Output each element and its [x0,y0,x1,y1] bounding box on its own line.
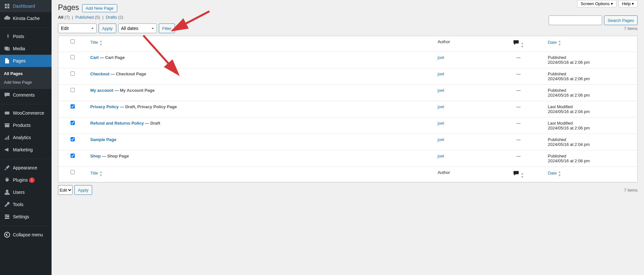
menu-products[interactable]: Products [0,119,52,131]
comment-count: — [492,68,544,85]
main-content: Screen Options ▾ Help ▾ Pages Add New Pa… [52,0,644,275]
menu-appearance[interactable]: Appearance [0,162,52,174]
menu-tools[interactable]: Tools [0,198,52,211]
author-link[interactable]: joel [437,71,444,76]
col-author: Author [434,36,492,52]
menu-collapse[interactable]: Collapse menu [0,229,52,241]
sort-date[interactable]: Date [548,40,556,45]
sort-icon: ▲▼ [99,39,102,46]
filter-drafts[interactable]: Drafts (2) [106,15,123,20]
select-all-checkbox[interactable] [71,39,75,43]
date-filter-select[interactable]: All dates [118,24,157,33]
table-row: Cart — Cart Page joel — Published2024/05… [58,52,637,68]
row-checkbox[interactable] [71,55,75,59]
apply-button-bottom[interactable]: Apply [74,185,92,195]
row-checkbox[interactable] [71,104,75,109]
filter-button[interactable]: Filter [159,24,175,33]
row-checkbox[interactable] [71,71,75,76]
menu-label: Pages [13,58,26,63]
row-checkbox[interactable] [71,88,75,92]
comment-icon[interactable] [513,170,519,177]
author-link[interactable]: joel [437,154,444,158]
menu-label: Kinsta Cache [13,16,40,21]
date-value: 2024/05/16 at 2:06 pm [548,76,634,81]
row-checkbox[interactable] [71,154,75,158]
submenu-add-new[interactable]: Add New Page [0,78,52,87]
bulk-action-select[interactable]: Edit [58,24,97,33]
row-checkbox[interactable] [71,121,75,125]
help-button[interactable]: Help ▾ [619,0,638,7]
filter-published[interactable]: Published (5) [75,15,100,20]
menu-media[interactable]: Media [0,43,52,55]
submenu-pages: All Pages Add New Page [0,67,52,89]
author-link[interactable]: joel [437,88,444,93]
menu-comments[interactable]: Comments [0,89,52,101]
author-link[interactable]: joel [437,121,444,126]
menu-label: Collapse menu [13,232,43,237]
sort-icon: ▲▼ [558,39,561,46]
menu-users[interactable]: Users [0,186,52,198]
menu-label: Dashboard [13,4,35,9]
menu-woocommerce[interactable]: WooCommerce [0,107,52,119]
date-status: Last Modified [548,104,634,109]
menu-label: Analytics [13,135,31,140]
filter-all[interactable]: All (7) [58,15,70,20]
menu-analytics[interactable]: Analytics [0,131,52,144]
menu-dashboard[interactable]: Dashboard [0,0,52,12]
author-link[interactable]: joel [437,55,444,60]
svg-point-1 [6,190,8,192]
page-title-link[interactable]: Checkout [90,71,109,76]
page-suffix: — My Account Page [113,88,155,93]
search-input[interactable] [549,15,602,25]
menu-marketing[interactable]: Marketing [0,144,52,156]
comment-count: — [492,134,544,150]
table-row: Shop — Shop Page joel — Published2024/05… [58,150,637,167]
menu-label: Marketing [13,147,33,152]
comment-count: — [492,101,544,118]
table-row: Sample Page joel — Published2024/05/16 a… [58,134,637,150]
bars-icon [4,134,10,141]
svg-rect-0 [5,112,9,115]
menu-label: Users [13,190,25,195]
apply-button[interactable]: Apply [99,24,116,33]
sort-icon: ▲▼ [99,170,102,177]
page-title-link[interactable]: Cart [90,55,99,60]
submenu-all-pages[interactable]: All Pages [0,69,52,78]
menu-settings[interactable]: Settings [0,211,52,223]
menu-posts[interactable]: Posts [0,30,52,43]
page-title-link[interactable]: Sample Page [90,137,116,142]
items-count: 7 items [624,26,638,31]
page-title-link[interactable]: Privacy Policy [90,104,119,109]
author-link[interactable]: joel [437,137,444,142]
search-pages-button[interactable]: Search Pages [604,15,638,25]
admin-sidebar: Dashboard Kinsta Cache Posts Media Pages… [0,0,52,275]
pages-table: Title▲▼ Author ▲▼ Date▲▼ Cart — Cart Pag… [58,36,638,183]
menu-pages[interactable]: Pages [0,55,52,67]
sort-title-bottom[interactable]: Title [90,171,98,175]
table-row: Refund and Returns Policy — Draft joel —… [58,118,637,134]
sort-icon: ▲▼ [558,170,561,177]
page-title-link[interactable]: Shop [90,154,101,158]
add-new-page-button[interactable]: Add New Page [82,4,117,12]
date-status: Last Modified [548,121,634,126]
select-all-checkbox-bottom[interactable] [71,170,75,174]
menu-label: Media [13,46,25,51]
bulk-action-select-bottom[interactable]: Edit [58,185,72,195]
comment-count: — [492,150,544,167]
svg-point-4 [5,218,7,219]
comment-icon[interactable] [513,39,519,47]
menu-kinsta-cache[interactable]: Kinsta Cache [0,12,52,24]
sort-date-bottom[interactable]: Date [548,171,556,175]
page-title-link[interactable]: Refund and Returns Policy [90,121,144,126]
collapse-icon [4,232,10,238]
page-title-link[interactable]: My account [90,88,113,93]
row-checkbox[interactable] [71,137,75,141]
author-link[interactable]: joel [437,104,444,109]
megaphone-icon [4,147,10,153]
menu-plugins[interactable]: Plugins1 [0,174,52,186]
sort-title[interactable]: Title [90,40,98,45]
sort-icon: ▲▼ [521,172,524,179]
archive-icon [4,122,10,128]
screen-options-button[interactable]: Screen Options ▾ [577,0,616,7]
date-value: 2024/05/16 at 2:06 pm [548,158,634,163]
